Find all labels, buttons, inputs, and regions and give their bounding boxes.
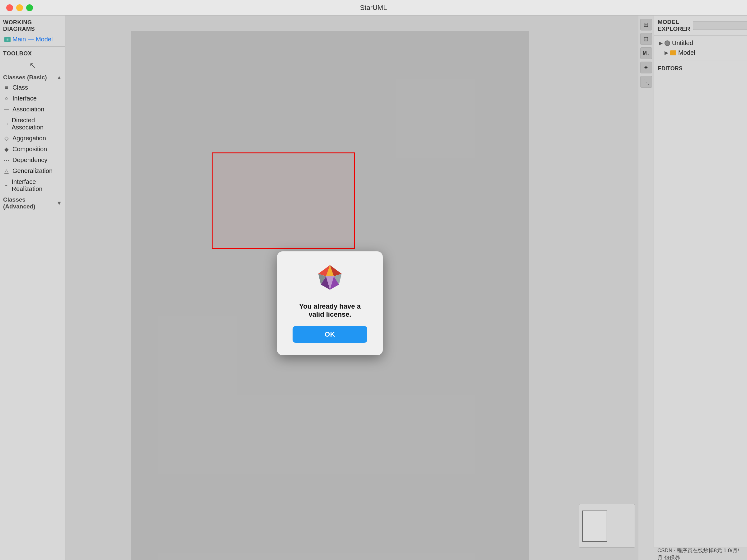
tree-item-model[interactable]: ▶ Model (657, 48, 744, 58)
grid-button[interactable]: ⊡ (640, 33, 652, 45)
toolbox-item-aggregation[interactable]: ◇ Aggregation (0, 133, 65, 144)
section-advanced-label: Classes (Advanced) (3, 196, 56, 210)
model-explorer-title: MODEL EXPLORER (658, 19, 690, 32)
ok-button[interactable]: OK (292, 326, 367, 343)
untitled-label: Untitled (672, 39, 693, 47)
window-controls[interactable] (6, 4, 33, 11)
model-label: Model (678, 49, 695, 56)
star-logo-icon (314, 264, 345, 295)
bottom-bar: CSDN · 程序员在线炒掸8元 1.0/月/月 包保养 (654, 548, 747, 560)
scroll-down-btn[interactable]: ▼ (56, 200, 62, 207)
minimap (579, 504, 635, 548)
dialog-message: You already have a valid license. (292, 302, 367, 319)
scroll-up-btn[interactable]: ▲ (56, 74, 62, 81)
main-canvas[interactable]: You already have a valid license. OK (66, 16, 638, 560)
app-title: StarUML (360, 4, 387, 12)
composition-icon: ◆ (3, 146, 10, 153)
generalization-label: Generalization (12, 167, 53, 175)
interface-label: Interface (12, 95, 37, 102)
folder-icon (670, 50, 676, 55)
working-diagrams-title: WORKING DIAGRAMS (3, 19, 62, 32)
toolbox-section-basic: Classes (Basic) ▲ (0, 72, 65, 82)
tree-arrow-model: ▶ (665, 50, 668, 56)
diagram-item-main[interactable]: ≡ Main — Model (3, 35, 62, 44)
bottom-bar-text: CSDN · 程序员在线炒掸8元 1.0/月/月 包保养 (658, 547, 743, 560)
share-icon: ⋱ (643, 78, 649, 85)
tree-item-untitled[interactable]: ▶ Untitled (657, 38, 744, 48)
aggregation-label: Aggregation (12, 135, 46, 142)
toolbox-item-composition[interactable]: ◆ Composition (0, 144, 65, 155)
generalization-icon: △ (3, 168, 10, 175)
maximize-button[interactable] (26, 4, 33, 11)
aggregation-icon: ◇ (3, 135, 10, 142)
grid-icon: ⊡ (643, 35, 649, 43)
toolbox-area: TOOLBOX ↖ Classes (Basic) ▲ ≡ Class ○ In… (0, 47, 65, 560)
toolbox-item-directed-association[interactable]: → Directed Association (0, 115, 65, 133)
interface-realization-icon: ⌁ (3, 182, 9, 189)
toolbox-title: TOOLBOX (0, 47, 65, 59)
toolbox-item-dependency[interactable]: ⋯ Dependency (0, 155, 65, 165)
selection-rect (212, 153, 355, 249)
association-icon: — (3, 106, 10, 113)
diagram-suffix: — Model (28, 36, 53, 43)
working-diagrams-panel: WORKING DIAGRAMS ≡ Main — Model (0, 16, 65, 47)
model-tree: ▶ Untitled ▶ Model (654, 36, 747, 60)
toolbox-item-interface-realization[interactable]: ⌁ Interface Realization (0, 177, 65, 194)
association-label: Association (12, 106, 44, 113)
titlebar: StarUML (0, 0, 747, 16)
dependency-icon: ⋯ (3, 157, 10, 164)
diagram-label: Main (12, 36, 26, 43)
dialog-box: You already have a valid license. OK (277, 251, 383, 355)
directed-association-label: Directed Association (12, 117, 62, 131)
directed-association-icon: → (3, 121, 9, 127)
class-icon: ≡ (3, 84, 10, 91)
dependency-label: Dependency (12, 157, 47, 164)
cursor-row: ↖ (0, 59, 65, 72)
tree-arrow-untitled: ▶ (659, 40, 663, 46)
interface-realization-label: Interface Realization (11, 178, 62, 193)
puzzle-icon: ⊞ (643, 21, 649, 28)
puzzle-button[interactable]: ⊞ (640, 19, 652, 30)
dialog-overlay[interactable]: You already have a valid license. OK (131, 31, 529, 560)
left-sidebar: WORKING DIAGRAMS ≡ Main — Model TOOLBOX … (0, 16, 66, 560)
editors-section: EDITORS (654, 60, 747, 75)
toolbox-item-class[interactable]: ≡ Class (0, 82, 65, 93)
markdown-icon: M↓ (643, 50, 649, 56)
untitled-icon (665, 41, 670, 46)
toolbox-item-interface[interactable]: ○ Interface (0, 93, 65, 104)
toolbox-item-generalization[interactable]: △ Generalization (0, 165, 65, 177)
minimize-button[interactable] (16, 4, 23, 11)
right-panel: MODEL EXPLORER ⚙ ▶ Untitled ▶ Model EDIT… (654, 16, 747, 560)
close-button[interactable] (6, 4, 13, 11)
share-button[interactable]: ⋱ (640, 76, 652, 88)
minimap-viewport (582, 510, 607, 542)
toolbox-item-association[interactable]: — Association (0, 104, 65, 115)
model-search-input[interactable] (693, 21, 747, 30)
class-label: Class (12, 84, 28, 91)
composition-label: Composition (12, 145, 47, 153)
toolbox-scroll[interactable]: ↖ Classes (Basic) ▲ ≡ Class ○ Interface … (0, 59, 65, 560)
markdown-button[interactable]: M↓ (640, 47, 652, 59)
move-icon: ✦ (643, 64, 649, 71)
section-basic-label: Classes (Basic) (3, 74, 47, 81)
diagram-icon: ≡ (4, 37, 10, 42)
move-button[interactable]: ✦ (640, 61, 652, 74)
cursor-icon: ↖ (29, 61, 36, 70)
editors-title: EDITORS (658, 65, 682, 72)
toolbox-section-advanced: Classes (Advanced) ▼ (0, 194, 65, 211)
model-explorer-header: MODEL EXPLORER ⚙ (654, 16, 747, 36)
interface-icon: ○ (3, 95, 10, 102)
right-toolbar: ⊞ ⊡ M↓ ✦ ⋱ (638, 16, 654, 560)
